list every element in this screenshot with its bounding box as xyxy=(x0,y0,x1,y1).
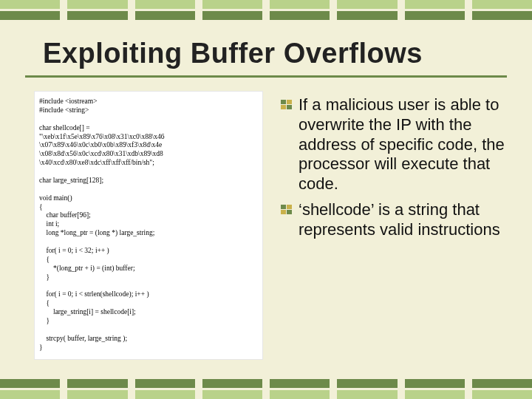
svg-rect-2 xyxy=(281,105,286,109)
bullet-icon xyxy=(281,100,294,112)
svg-rect-5 xyxy=(287,205,292,209)
bullet-text: ‘shellcode’ is a string that represents … xyxy=(299,200,510,240)
svg-rect-4 xyxy=(281,205,286,209)
bullet-text: If a malicious user is able to overwrite… xyxy=(299,95,510,194)
slide-title: Exploiting Buffer Overflows xyxy=(0,20,532,75)
decor-bar-dark xyxy=(0,11,532,20)
list-item: ‘shellcode’ is a string that represents … xyxy=(281,200,510,240)
svg-rect-6 xyxy=(281,210,286,214)
decor-bar-light xyxy=(0,390,532,399)
svg-rect-0 xyxy=(281,100,286,104)
svg-rect-3 xyxy=(287,105,292,109)
bullet-icon xyxy=(281,205,294,216)
code-block: #include <iostream> #include <string> ch… xyxy=(34,91,263,360)
decor-bar-light xyxy=(0,0,532,9)
content-area: #include <iostream> #include <string> ch… xyxy=(0,78,532,360)
bullet-list: If a malicious user is able to overwrite… xyxy=(281,91,510,360)
svg-rect-7 xyxy=(287,210,292,214)
decor-bar-dark xyxy=(0,379,532,388)
list-item: If a malicious user is able to overwrite… xyxy=(281,95,510,194)
svg-rect-1 xyxy=(287,100,292,104)
